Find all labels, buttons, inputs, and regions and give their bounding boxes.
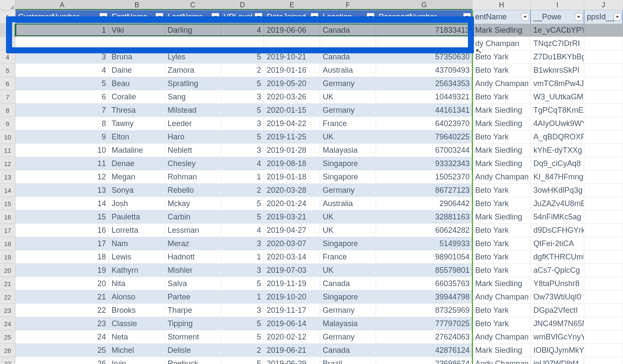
cell-C26[interactable]: Delisle: [165, 344, 221, 357]
cell-G24[interactable]: 77797025: [376, 317, 473, 330]
column-header-J[interactable]: J: [584, 0, 623, 10]
cell-A20[interactable]: 19: [16, 264, 109, 277]
cell-E5[interactable]: 2019-01-16: [264, 64, 320, 77]
cell-J6[interactable]: [584, 77, 623, 90]
cell-D25[interactable]: 5: [221, 330, 264, 344]
cell-B5[interactable]: Daine: [109, 64, 165, 77]
row-header-15[interactable]: 15: [0, 197, 16, 210]
cell-B22[interactable]: Alonso: [109, 290, 165, 304]
cell-F9[interactable]: France: [320, 117, 376, 130]
column-header-F[interactable]: F: [320, 0, 376, 10]
header-cell-I[interactable]: __Powe: [531, 10, 584, 24]
cell-J14[interactable]: [584, 184, 623, 197]
cell-G2[interactable]: 71833413: [376, 24, 473, 37]
cell-I21[interactable]: Y8taPUnshr8: [531, 277, 584, 290]
cell-H11[interactable]: Mark Siedling: [473, 144, 531, 157]
cell-G15[interactable]: 2906442: [376, 197, 473, 210]
cell-E2[interactable]: 2019-06-06: [264, 24, 320, 37]
cell-G9[interactable]: 64023970: [376, 117, 473, 130]
row-header-19[interactable]: 19: [0, 250, 16, 264]
cell-D18[interactable]: 3: [221, 237, 264, 250]
cell-G3[interactable]: [376, 37, 473, 50]
row-header-10[interactable]: 10: [0, 130, 16, 144]
cell-C6[interactable]: Spratling: [165, 77, 221, 90]
cell-G25[interactable]: 27624063: [376, 330, 473, 344]
column-header-A[interactable]: A: [16, 0, 109, 10]
cell-H12[interactable]: Mark Siedling: [473, 157, 531, 170]
cell-B27[interactable]: Irvin: [109, 357, 165, 364]
cell-G11[interactable]: 67003244: [376, 144, 473, 157]
cell-F15[interactable]: Australia: [320, 197, 376, 210]
cell-H8[interactable]: Mark Siedling: [473, 104, 531, 117]
filter-dropdown-icon[interactable]: [614, 13, 621, 21]
cell-A25[interactable]: 24: [16, 330, 109, 344]
cell-B18[interactable]: Nam: [109, 237, 165, 250]
cell-F4[interactable]: Canada: [320, 50, 376, 64]
cell-B2[interactable]: Viki: [109, 24, 165, 37]
cell-J27[interactable]: [584, 357, 623, 364]
header-cell-D[interactable]: VPLevel: [221, 10, 264, 24]
cell-I18[interactable]: QtFei-2tiCA: [531, 237, 584, 250]
cell-E6[interactable]: 2019-05-20: [264, 77, 320, 90]
cell-A9[interactable]: 8: [16, 117, 109, 130]
cell-G18[interactable]: 5149933: [376, 237, 473, 250]
row-header-5[interactable]: 5: [0, 64, 16, 77]
cell-F16[interactable]: UK: [320, 210, 376, 224]
cell-F23[interactable]: Germany: [320, 304, 376, 317]
cell-F24[interactable]: Malayasia: [320, 317, 376, 330]
column-header-G[interactable]: G: [376, 0, 473, 10]
cell-H21[interactable]: Mark Siedling: [473, 277, 531, 290]
cell-I16[interactable]: 54nFiMKc5ag: [531, 210, 584, 224]
cell-J16[interactable]: [584, 210, 623, 224]
cell-A27[interactable]: 26: [16, 357, 109, 364]
cell-C17[interactable]: Lessman: [165, 224, 221, 237]
cell-J20[interactable]: [584, 264, 623, 277]
cell-B3[interactable]: [109, 37, 165, 50]
header-cell-B[interactable]: FirstName: [109, 10, 165, 24]
cell-G16[interactable]: 32881163: [376, 210, 473, 224]
cell-E23[interactable]: 2019-11-17: [264, 304, 320, 317]
cell-B26[interactable]: Michel: [109, 344, 165, 357]
cell-H6[interactable]: Andy Champan: [473, 77, 531, 90]
cell-B25[interactable]: Neta: [109, 330, 165, 344]
cell-A14[interactable]: 13: [16, 184, 109, 197]
cell-F26[interactable]: Canada: [320, 344, 376, 357]
cell-E22[interactable]: 2019-10-20: [264, 290, 320, 304]
cell-H25[interactable]: Andy Champan: [473, 330, 531, 344]
cell-J24[interactable]: [584, 317, 623, 330]
cell-F8[interactable]: Germany: [320, 104, 376, 117]
cell-B19[interactable]: Lewis: [109, 250, 165, 264]
cell-E16[interactable]: 2019-03-21: [264, 210, 320, 224]
cell-H27[interactable]: Andy Champan: [473, 357, 531, 364]
cell-A16[interactable]: 15: [16, 210, 109, 224]
cell-B15[interactable]: Josh: [109, 197, 165, 210]
filter-dropdown-icon[interactable]: [575, 13, 583, 21]
cell-B7[interactable]: Coralie: [109, 90, 165, 104]
cell-E25[interactable]: 2020-02-12: [264, 330, 320, 344]
cell-C10[interactable]: Haro: [165, 130, 221, 144]
cell-I27[interactable]: joU07WDlhf4: [531, 357, 584, 364]
cell-H17[interactable]: Beto Yark: [473, 224, 531, 237]
column-header-H[interactable]: H: [473, 0, 531, 10]
cell-A23[interactable]: 22: [16, 304, 109, 317]
cell-C5[interactable]: Zamora: [165, 64, 221, 77]
cell-A2[interactable]: 1: [16, 24, 109, 37]
cell-A4[interactable]: 3: [16, 50, 109, 64]
spreadsheet-view[interactable]: ABCDEFGHIJ 1 CustomerNumberFirstNameLast…: [0, 0, 623, 364]
cell-C2[interactable]: Darling: [165, 24, 221, 37]
filter-dropdown-icon[interactable]: [463, 13, 471, 21]
cell-I20[interactable]: aCs7-QplcCg: [531, 264, 584, 277]
cell-J12[interactable]: [584, 157, 623, 170]
filter-dropdown-icon[interactable]: [100, 13, 107, 21]
cell-F3[interactable]: [320, 37, 376, 50]
filter-dropdown-icon[interactable]: [212, 13, 219, 21]
row-header-23[interactable]: 23: [0, 304, 16, 317]
cell-I8[interactable]: TgPCqT8KmEA: [531, 104, 584, 117]
cell-J26[interactable]: [584, 344, 623, 357]
cell-J19[interactable]: [584, 250, 623, 264]
cell-B24[interactable]: Classie: [109, 317, 165, 330]
column-header-D[interactable]: D: [221, 0, 264, 10]
cell-F14[interactable]: Germany: [320, 184, 376, 197]
cell-E14[interactable]: 2020-03-28: [264, 184, 320, 197]
cell-I2[interactable]: 1e_vCACbYPY: [531, 24, 584, 37]
